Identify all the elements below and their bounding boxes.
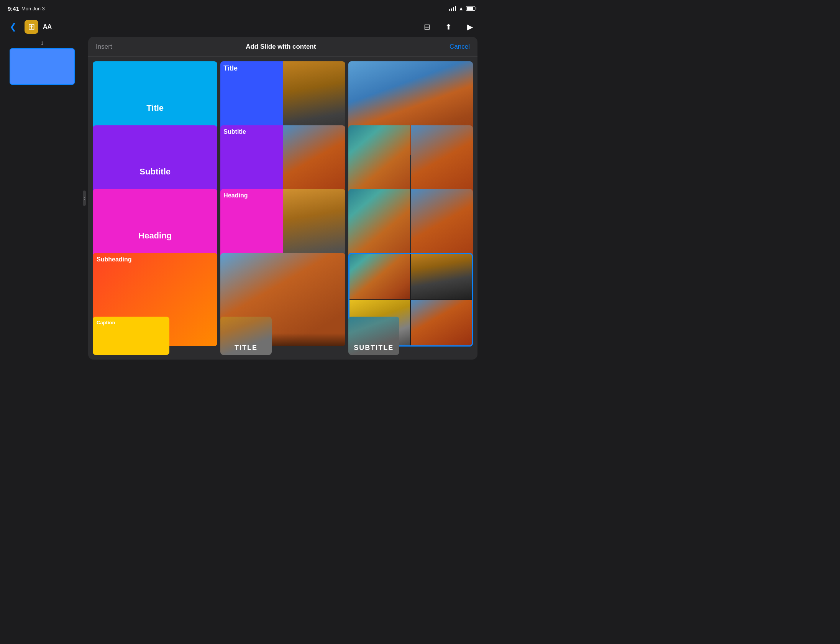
modal-insert-label: Insert <box>96 43 112 51</box>
add-slide-modal: Insert Add Slide with content Cancel Tit… <box>88 37 477 360</box>
slide-thumb-subtitle-overlay[interactable]: SUBTITLE <box>348 317 399 355</box>
status-bar: 9:41 Mon Jun 3 ▲ <box>0 0 483 17</box>
play-button[interactable]: ▶ <box>463 20 477 34</box>
slide-title-label: Title <box>143 100 167 116</box>
aa-button[interactable]: AA <box>43 23 52 30</box>
modal-title: Add Slide with content <box>246 43 316 51</box>
status-icons: ▲ <box>449 5 475 12</box>
gallery-button[interactable]: ⊟ <box>420 20 434 34</box>
add-button[interactable]: ⊞ <box>25 20 38 34</box>
wifi-icon: ▲ <box>458 5 464 12</box>
slide-subheading-label: Subheading <box>93 253 136 266</box>
battery-icon <box>466 6 475 11</box>
slide-number: 1 <box>41 41 44 46</box>
modal-header: Insert Add Slide with content Cancel <box>88 37 477 57</box>
toolbar: ❮ ⊞ AA ⊟ ⬆ ▶ <box>0 17 483 37</box>
slide-thumb-title-overlay[interactable]: TITLE <box>220 317 271 355</box>
sidebar: 1 <box>0 37 84 360</box>
back-button[interactable]: ❮ <box>6 20 20 34</box>
slides-grid: Title Title Subtitle Subtitle <box>88 57 477 360</box>
status-date: Mon Jun 3 <box>21 6 45 12</box>
slide-subtitle-label: Subtitle <box>136 164 174 180</box>
signal-icon <box>449 6 456 11</box>
modal-cancel-button[interactable]: Cancel <box>450 43 470 51</box>
sidebar-slide-preview[interactable] <box>10 48 75 85</box>
share-button[interactable]: ⬆ <box>441 20 455 34</box>
slide-thumb-caption-yellow[interactable]: Caption <box>93 317 169 355</box>
slide-heading-label: Heading <box>135 228 175 244</box>
status-time: 9:41 <box>8 5 19 12</box>
